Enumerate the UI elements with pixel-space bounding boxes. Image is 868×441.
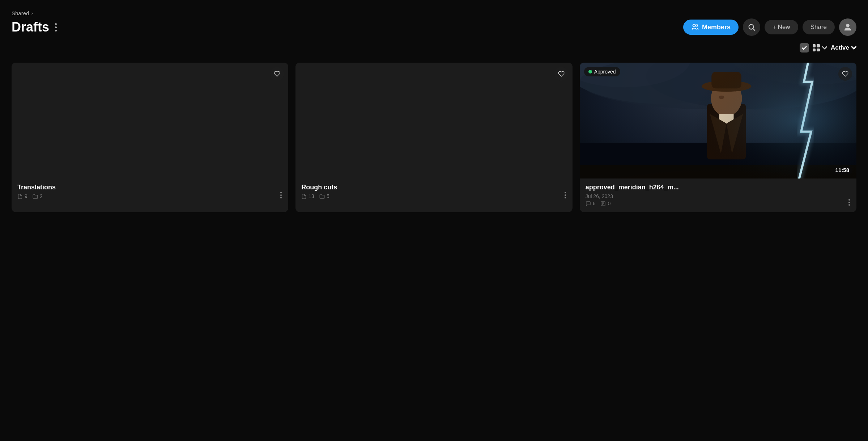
folder-icon xyxy=(33,194,38,199)
card-translations-title: Translations xyxy=(17,184,282,191)
members-button[interactable]: Members xyxy=(683,20,739,35)
card-rough-cuts[interactable]: Rough cuts 13 5 xyxy=(295,63,572,212)
card-approved-favorite[interactable] xyxy=(838,67,852,81)
view-controls: Active xyxy=(12,43,856,52)
title-row: Drafts Members + New xyxy=(12,18,856,36)
rough-cuts-files: 13 xyxy=(301,193,314,199)
duration-badge: 11:58 xyxy=(833,166,852,174)
svg-point-3 xyxy=(846,24,849,27)
search-icon xyxy=(748,23,756,31)
thumbnail-scene xyxy=(580,63,856,178)
card-rough-cuts-footer: Rough cuts 13 5 xyxy=(295,178,572,205)
breadcrumb-chevron: › xyxy=(31,10,33,16)
toolbar-right: Members + New Share xyxy=(683,18,856,36)
card-approved-thumbnail: Approved 11:58 xyxy=(580,63,856,178)
folder-icon xyxy=(319,194,325,199)
share-button[interactable]: Share xyxy=(803,20,835,34)
card-translations-more[interactable] xyxy=(279,190,283,200)
avatar-icon xyxy=(843,22,853,32)
annotation-icon xyxy=(600,201,606,206)
approved-annotations: 0 xyxy=(600,201,610,206)
card-translations[interactable]: Translations 9 2 xyxy=(12,63,288,212)
grid-view-button[interactable] xyxy=(813,44,827,51)
page-title: Drafts xyxy=(12,20,49,35)
svg-line-2 xyxy=(753,29,755,30)
card-rough-cuts-more[interactable] xyxy=(563,190,567,200)
card-approved-meridian[interactable]: Approved 11:58 approved_meridian_h264_m.… xyxy=(580,63,856,212)
members-icon xyxy=(691,23,699,31)
approved-dot xyxy=(588,70,592,74)
heart-icon xyxy=(558,71,565,77)
card-translations-thumbnail xyxy=(12,63,288,178)
approved-badge: Approved xyxy=(584,67,620,76)
rough-cuts-folders: 5 xyxy=(319,193,329,199)
card-rough-cuts-favorite[interactable] xyxy=(554,67,568,81)
svg-point-0 xyxy=(693,24,695,27)
svg-rect-20 xyxy=(580,63,856,178)
card-rough-cuts-title: Rough cuts xyxy=(301,184,566,191)
translations-files: 9 xyxy=(17,193,27,199)
file-icon xyxy=(17,194,23,199)
card-approved-footer: approved_meridian_h264_m... Jul 26, 2023… xyxy=(580,178,856,212)
card-approved-date: Jul 26, 2023 xyxy=(586,193,851,199)
card-translations-footer: Translations 9 2 xyxy=(12,178,288,205)
checkmark-icon xyxy=(801,45,807,51)
card-approved-title: approved_meridian_h264_m... xyxy=(586,184,851,191)
grid-chevron-icon xyxy=(822,45,827,50)
heart-icon xyxy=(274,71,280,77)
file-icon xyxy=(301,194,307,199)
title-left: Drafts xyxy=(12,20,58,35)
active-chevron-icon xyxy=(851,45,856,50)
select-all-checkbox[interactable] xyxy=(800,43,809,52)
comment-icon xyxy=(586,201,591,206)
card-translations-favorite[interactable] xyxy=(270,67,284,81)
approved-comments: 6 xyxy=(586,201,596,206)
grid-icon xyxy=(813,44,820,51)
card-approved-meta: 6 0 xyxy=(586,201,851,206)
page-more-button[interactable] xyxy=(54,22,58,33)
cards-grid: Translations 9 2 xyxy=(12,63,856,212)
approved-label: Approved xyxy=(594,69,616,75)
card-rough-cuts-thumbnail xyxy=(295,63,572,178)
heart-icon xyxy=(842,71,848,77)
breadcrumb: Shared › xyxy=(12,10,856,16)
user-avatar[interactable] xyxy=(839,18,856,36)
card-rough-cuts-meta: 13 5 xyxy=(301,193,566,199)
new-button[interactable]: + New xyxy=(765,20,798,34)
translations-folders: 2 xyxy=(33,193,43,199)
breadcrumb-shared[interactable]: Shared xyxy=(12,10,29,16)
active-filter-button[interactable]: Active xyxy=(831,44,856,51)
search-button[interactable] xyxy=(743,18,760,36)
card-translations-meta: 9 2 xyxy=(17,193,282,199)
card-approved-more[interactable] xyxy=(847,198,851,207)
